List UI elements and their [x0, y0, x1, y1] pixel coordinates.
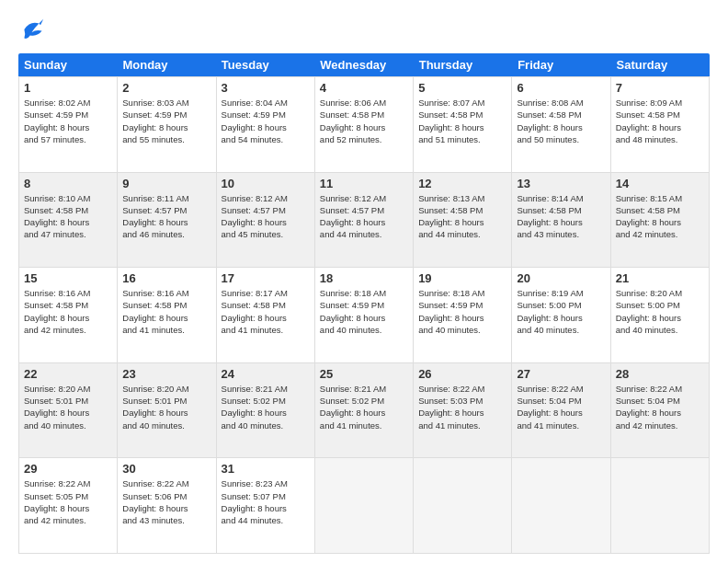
day-number-1: 1 [24, 81, 112, 95]
day-5: 5Sunrise: 8:07 AMSunset: 4:58 PMDaylight… [414, 77, 512, 172]
day-20-details: Sunrise: 8:19 AMSunset: 5:00 PMDaylight:… [517, 287, 605, 336]
header-day-monday: Monday [117, 53, 215, 76]
calendar-header: SundayMondayTuesdayWednesdayThursdayFrid… [18, 53, 710, 76]
logo-icon [18, 15, 48, 44]
day-9: 9Sunrise: 8:11 AMSunset: 4:57 PMDaylight… [118, 173, 216, 268]
day-number-2: 2 [122, 81, 210, 95]
day-24: 24Sunrise: 8:21 AMSunset: 5:02 PMDayligh… [217, 363, 315, 458]
day-24-details: Sunrise: 8:21 AMSunset: 5:02 PMDaylight:… [222, 383, 310, 431]
day-1: 1Sunrise: 8:02 AMSunset: 4:59 PMDaylight… [19, 77, 118, 172]
day-13-details: Sunrise: 8:14 AMSunset: 4:58 PMDaylight:… [517, 192, 605, 241]
day-9-details: Sunrise: 8:11 AMSunset: 4:57 PMDaylight:… [122, 192, 210, 241]
day-2-details: Sunrise: 8:03 AMSunset: 4:59 PMDaylight:… [122, 97, 210, 145]
day-25: 25Sunrise: 8:21 AMSunset: 5:02 PMDayligh… [315, 363, 414, 458]
day-29-details: Sunrise: 8:22 AMSunset: 5:05 PMDaylight:… [24, 477, 112, 526]
day-1-details: Sunrise: 8:02 AMSunset: 4:59 PMDaylight:… [24, 97, 112, 145]
day-25-details: Sunrise: 8:21 AMSunset: 5:02 PMDaylight:… [320, 383, 408, 431]
day-16: 16Sunrise: 8:16 AMSunset: 4:58 PMDayligh… [118, 268, 216, 362]
day-28: 28Sunrise: 8:22 AMSunset: 5:04 PMDayligh… [611, 363, 710, 458]
calendar: SundayMondayTuesdayWednesdayThursdayFrid… [18, 53, 710, 554]
day-10: 10Sunrise: 8:12 AMSunset: 4:57 PMDayligh… [217, 173, 315, 268]
header-day-sunday: Sunday [18, 53, 117, 76]
header-day-tuesday: Tuesday [216, 53, 314, 76]
header-day-friday: Friday [512, 53, 610, 76]
day-17: 17Sunrise: 8:17 AMSunset: 4:58 PMDayligh… [217, 268, 315, 362]
day-11: 11Sunrise: 8:12 AMSunset: 4:57 PMDayligh… [315, 173, 414, 268]
day-23: 23Sunrise: 8:20 AMSunset: 5:01 PMDayligh… [118, 363, 216, 458]
calendar-body: 1Sunrise: 8:02 AMSunset: 4:59 PMDaylight… [18, 76, 710, 554]
day-18-details: Sunrise: 8:18 AMSunset: 4:59 PMDaylight:… [320, 287, 408, 336]
day-22-details: Sunrise: 8:20 AMSunset: 5:01 PMDaylight:… [24, 383, 112, 431]
day-4: 4Sunrise: 8:06 AMSunset: 4:58 PMDaylight… [315, 77, 414, 172]
day-8: 8Sunrise: 8:10 AMSunset: 4:58 PMDaylight… [19, 173, 118, 268]
day-12-details: Sunrise: 8:13 AMSunset: 4:58 PMDaylight:… [418, 192, 506, 241]
day-29: 29Sunrise: 8:22 AMSunset: 5:05 PMDayligh… [19, 458, 118, 553]
day-number-30: 30 [122, 462, 210, 476]
day-15-details: Sunrise: 8:16 AMSunset: 4:58 PMDaylight:… [24, 287, 112, 336]
day-number-28: 28 [616, 367, 704, 381]
day-11-details: Sunrise: 8:12 AMSunset: 4:57 PMDaylight:… [320, 192, 408, 241]
day-7: 7Sunrise: 8:09 AMSunset: 4:58 PMDaylight… [611, 77, 710, 172]
day-number-11: 11 [320, 177, 408, 190]
day-number-26: 26 [418, 367, 506, 381]
day-18: 18Sunrise: 8:18 AMSunset: 4:59 PMDayligh… [315, 268, 414, 362]
week-row-5: 29Sunrise: 8:22 AMSunset: 5:05 PMDayligh… [19, 457, 710, 553]
day-21-details: Sunrise: 8:20 AMSunset: 5:00 PMDaylight:… [616, 287, 704, 336]
day-19-details: Sunrise: 8:18 AMSunset: 4:59 PMDaylight:… [418, 287, 506, 336]
day-20: 20Sunrise: 8:19 AMSunset: 5:00 PMDayligh… [512, 268, 610, 362]
empty-cell [414, 458, 512, 553]
day-number-9: 9 [122, 177, 210, 190]
day-number-20: 20 [517, 271, 605, 285]
day-number-18: 18 [320, 271, 408, 285]
day-27: 27Sunrise: 8:22 AMSunset: 5:04 PMDayligh… [512, 363, 610, 458]
day-number-5: 5 [418, 81, 506, 95]
day-22: 22Sunrise: 8:20 AMSunset: 5:01 PMDayligh… [19, 363, 118, 458]
day-19: 19Sunrise: 8:18 AMSunset: 4:59 PMDayligh… [414, 268, 512, 362]
day-number-15: 15 [24, 271, 112, 285]
day-number-10: 10 [222, 177, 310, 190]
week-row-4: 22Sunrise: 8:20 AMSunset: 5:01 PMDayligh… [19, 362, 710, 458]
day-number-27: 27 [517, 367, 605, 381]
day-number-22: 22 [24, 367, 112, 381]
day-number-13: 13 [517, 177, 605, 190]
week-row-2: 8Sunrise: 8:10 AMSunset: 4:58 PMDaylight… [19, 172, 710, 268]
day-number-14: 14 [616, 177, 704, 190]
header-day-wednesday: Wednesday [314, 53, 413, 76]
day-7-details: Sunrise: 8:09 AMSunset: 4:58 PMDaylight:… [616, 97, 704, 145]
day-number-31: 31 [222, 462, 310, 476]
day-number-21: 21 [616, 271, 704, 285]
day-10-details: Sunrise: 8:12 AMSunset: 4:57 PMDaylight:… [222, 192, 310, 241]
day-14: 14Sunrise: 8:15 AMSunset: 4:58 PMDayligh… [611, 173, 710, 268]
day-16-details: Sunrise: 8:16 AMSunset: 4:58 PMDaylight:… [122, 287, 210, 336]
day-number-3: 3 [222, 81, 310, 95]
day-12: 12Sunrise: 8:13 AMSunset: 4:58 PMDayligh… [414, 173, 512, 268]
day-17-details: Sunrise: 8:17 AMSunset: 4:58 PMDaylight:… [222, 287, 310, 336]
day-number-29: 29 [24, 462, 112, 476]
week-row-3: 15Sunrise: 8:16 AMSunset: 4:58 PMDayligh… [19, 267, 710, 362]
header [18, 15, 710, 44]
day-15: 15Sunrise: 8:16 AMSunset: 4:58 PMDayligh… [19, 268, 118, 362]
day-3-details: Sunrise: 8:04 AMSunset: 4:59 PMDaylight:… [222, 97, 310, 145]
day-number-12: 12 [418, 177, 506, 190]
day-number-23: 23 [122, 367, 210, 381]
empty-cell [611, 458, 710, 553]
header-day-thursday: Thursday [414, 53, 512, 76]
day-number-19: 19 [418, 271, 506, 285]
day-14-details: Sunrise: 8:15 AMSunset: 4:58 PMDaylight:… [616, 192, 704, 241]
day-26-details: Sunrise: 8:22 AMSunset: 5:03 PMDaylight:… [418, 383, 506, 431]
logo [18, 15, 51, 44]
day-number-17: 17 [222, 271, 310, 285]
day-number-6: 6 [517, 81, 605, 95]
day-23-details: Sunrise: 8:20 AMSunset: 5:01 PMDaylight:… [122, 383, 210, 431]
day-2: 2Sunrise: 8:03 AMSunset: 4:59 PMDaylight… [118, 77, 216, 172]
day-6: 6Sunrise: 8:08 AMSunset: 4:58 PMDaylight… [512, 77, 610, 172]
day-number-25: 25 [320, 367, 408, 381]
day-26: 26Sunrise: 8:22 AMSunset: 5:03 PMDayligh… [414, 363, 512, 458]
day-number-4: 4 [320, 81, 408, 95]
header-day-saturday: Saturday [611, 53, 710, 76]
empty-cell [315, 458, 414, 553]
day-6-details: Sunrise: 8:08 AMSunset: 4:58 PMDaylight:… [517, 97, 605, 145]
day-number-16: 16 [122, 271, 210, 285]
day-number-8: 8 [24, 177, 112, 190]
day-4-details: Sunrise: 8:06 AMSunset: 4:58 PMDaylight:… [320, 97, 408, 145]
